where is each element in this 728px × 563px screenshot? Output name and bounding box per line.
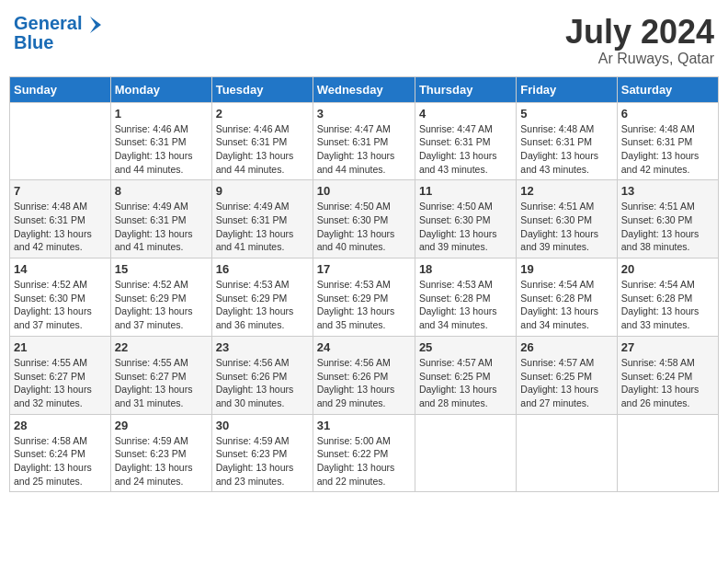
day-number: 4 bbox=[419, 107, 512, 121]
day-number: 19 bbox=[520, 262, 612, 276]
calendar-table: SundayMondayTuesdayWednesdayThursdayFrid… bbox=[9, 76, 719, 493]
cell-sun-info: Sunrise: 4:53 AMSunset: 6:28 PMDaylight:… bbox=[419, 278, 512, 332]
calendar-cell: 12Sunrise: 4:51 AMSunset: 6:30 PMDayligh… bbox=[517, 180, 617, 259]
calendar-cell: 31Sunrise: 5:00 AMSunset: 6:22 PMDayligh… bbox=[313, 414, 415, 492]
calendar-cell: 8Sunrise: 4:49 AMSunset: 6:31 PMDaylight… bbox=[110, 180, 211, 259]
calendar-cell: 16Sunrise: 4:53 AMSunset: 6:29 PMDayligh… bbox=[211, 259, 313, 337]
cell-sun-info: Sunrise: 4:52 AMSunset: 6:30 PMDaylight:… bbox=[14, 278, 107, 332]
calendar-cell: 25Sunrise: 4:57 AMSunset: 6:25 PMDayligh… bbox=[415, 336, 516, 414]
calendar-cell: 23Sunrise: 4:56 AMSunset: 6:26 PMDayligh… bbox=[211, 336, 313, 414]
title-block: July 2024 Ar Ruways, Qatar bbox=[565, 14, 714, 67]
svg-marker-0 bbox=[90, 17, 101, 33]
day-number: 31 bbox=[317, 419, 411, 432]
day-number: 22 bbox=[115, 340, 208, 354]
calendar-cell: 26Sunrise: 4:57 AMSunset: 6:25 PMDayligh… bbox=[517, 336, 617, 414]
day-number: 20 bbox=[621, 262, 714, 276]
logo: General Blue bbox=[14, 14, 104, 52]
cell-sun-info: Sunrise: 4:52 AMSunset: 6:29 PMDaylight:… bbox=[115, 278, 208, 332]
cell-sun-info: Sunrise: 4:58 AMSunset: 6:24 PMDaylight:… bbox=[14, 434, 107, 488]
calendar-cell: 15Sunrise: 4:52 AMSunset: 6:29 PMDayligh… bbox=[110, 259, 211, 337]
day-number: 13 bbox=[621, 184, 714, 198]
header-friday: Friday bbox=[517, 76, 617, 102]
calendar-cell: 18Sunrise: 4:53 AMSunset: 6:28 PMDayligh… bbox=[415, 259, 516, 337]
calendar-cell: 6Sunrise: 4:48 AMSunset: 6:31 PMDaylight… bbox=[617, 102, 718, 180]
cell-sun-info: Sunrise: 4:47 AMSunset: 6:31 PMDaylight:… bbox=[317, 122, 411, 177]
cell-sun-info: Sunrise: 4:55 AMSunset: 6:27 PMDaylight:… bbox=[115, 356, 208, 410]
day-number: 6 bbox=[621, 107, 714, 121]
logo-general: General bbox=[14, 13, 82, 33]
cell-sun-info: Sunrise: 4:51 AMSunset: 6:30 PMDaylight:… bbox=[621, 200, 714, 254]
day-number: 10 bbox=[317, 184, 411, 198]
cell-sun-info: Sunrise: 4:55 AMSunset: 6:27 PMDaylight:… bbox=[14, 356, 107, 410]
calendar-cell: 9Sunrise: 4:49 AMSunset: 6:31 PMDaylight… bbox=[211, 180, 313, 259]
calendar-week-row: 14Sunrise: 4:52 AMSunset: 6:30 PMDayligh… bbox=[10, 259, 719, 337]
cell-sun-info: Sunrise: 4:49 AMSunset: 6:31 PMDaylight:… bbox=[216, 200, 309, 254]
location-subtitle: Ar Ruways, Qatar bbox=[565, 51, 714, 67]
calendar-cell: 2Sunrise: 4:46 AMSunset: 6:31 PMDaylight… bbox=[211, 102, 313, 180]
cell-sun-info: Sunrise: 4:54 AMSunset: 6:28 PMDaylight:… bbox=[520, 278, 612, 332]
day-number: 14 bbox=[14, 262, 107, 276]
calendar-body: 1Sunrise: 4:46 AMSunset: 6:31 PMDaylight… bbox=[10, 102, 719, 492]
day-number: 17 bbox=[317, 262, 411, 276]
calendar-cell: 17Sunrise: 4:53 AMSunset: 6:29 PMDayligh… bbox=[313, 259, 415, 337]
calendar-cell bbox=[10, 102, 111, 180]
cell-sun-info: Sunrise: 4:58 AMSunset: 6:24 PMDaylight:… bbox=[621, 356, 714, 410]
calendar-cell: 13Sunrise: 4:51 AMSunset: 6:30 PMDayligh… bbox=[617, 180, 718, 259]
cell-sun-info: Sunrise: 4:47 AMSunset: 6:31 PMDaylight:… bbox=[419, 122, 512, 177]
calendar-cell: 28Sunrise: 4:58 AMSunset: 6:24 PMDayligh… bbox=[10, 414, 111, 492]
cell-sun-info: Sunrise: 4:59 AMSunset: 6:23 PMDaylight:… bbox=[115, 434, 208, 488]
cell-sun-info: Sunrise: 4:57 AMSunset: 6:25 PMDaylight:… bbox=[419, 356, 512, 410]
calendar-cell: 24Sunrise: 4:56 AMSunset: 6:26 PMDayligh… bbox=[313, 336, 415, 414]
cell-sun-info: Sunrise: 4:48 AMSunset: 6:31 PMDaylight:… bbox=[14, 200, 107, 254]
cell-sun-info: Sunrise: 5:00 AMSunset: 6:22 PMDaylight:… bbox=[317, 434, 411, 488]
calendar-cell: 1Sunrise: 4:46 AMSunset: 6:31 PMDaylight… bbox=[110, 102, 211, 180]
calendar-week-row: 21Sunrise: 4:55 AMSunset: 6:27 PMDayligh… bbox=[10, 336, 719, 414]
cell-sun-info: Sunrise: 4:53 AMSunset: 6:29 PMDaylight:… bbox=[317, 278, 411, 332]
day-number: 18 bbox=[419, 262, 512, 276]
cell-sun-info: Sunrise: 4:56 AMSunset: 6:26 PMDaylight:… bbox=[317, 356, 411, 410]
day-number: 28 bbox=[14, 419, 107, 432]
calendar-cell: 11Sunrise: 4:50 AMSunset: 6:30 PMDayligh… bbox=[415, 180, 516, 259]
day-number: 5 bbox=[520, 107, 612, 121]
day-number: 24 bbox=[317, 340, 411, 354]
cell-sun-info: Sunrise: 4:48 AMSunset: 6:31 PMDaylight:… bbox=[621, 122, 714, 177]
day-number: 26 bbox=[520, 340, 612, 354]
header-wednesday: Wednesday bbox=[313, 76, 415, 102]
cell-sun-info: Sunrise: 4:46 AMSunset: 6:31 PMDaylight:… bbox=[216, 122, 309, 177]
header-monday: Monday bbox=[110, 76, 211, 102]
day-number: 8 bbox=[115, 184, 208, 198]
calendar-header-row: SundayMondayTuesdayWednesdayThursdayFrid… bbox=[10, 76, 719, 102]
calendar-cell bbox=[415, 414, 516, 492]
calendar-week-row: 28Sunrise: 4:58 AMSunset: 6:24 PMDayligh… bbox=[10, 414, 719, 492]
day-number: 30 bbox=[216, 419, 309, 432]
day-number: 23 bbox=[216, 340, 309, 354]
month-year-title: July 2024 bbox=[565, 14, 714, 51]
calendar-week-row: 1Sunrise: 4:46 AMSunset: 6:31 PMDaylight… bbox=[10, 102, 719, 180]
calendar-cell: 5Sunrise: 4:48 AMSunset: 6:31 PMDaylight… bbox=[517, 102, 617, 180]
header-thursday: Thursday bbox=[415, 76, 516, 102]
day-number: 29 bbox=[115, 419, 208, 432]
cell-sun-info: Sunrise: 4:59 AMSunset: 6:23 PMDaylight:… bbox=[216, 434, 309, 488]
calendar-cell: 7Sunrise: 4:48 AMSunset: 6:31 PMDaylight… bbox=[10, 180, 111, 259]
day-number: 12 bbox=[520, 184, 612, 198]
day-number: 3 bbox=[317, 107, 411, 121]
logo-blue: Blue bbox=[14, 33, 104, 52]
calendar-cell: 27Sunrise: 4:58 AMSunset: 6:24 PMDayligh… bbox=[617, 336, 718, 414]
day-number: 27 bbox=[621, 340, 714, 354]
calendar-week-row: 7Sunrise: 4:48 AMSunset: 6:31 PMDaylight… bbox=[10, 180, 719, 259]
cell-sun-info: Sunrise: 4:54 AMSunset: 6:28 PMDaylight:… bbox=[621, 278, 714, 332]
calendar-cell: 20Sunrise: 4:54 AMSunset: 6:28 PMDayligh… bbox=[617, 259, 718, 337]
calendar-cell bbox=[617, 414, 718, 492]
calendar-cell: 30Sunrise: 4:59 AMSunset: 6:23 PMDayligh… bbox=[211, 414, 313, 492]
calendar-cell: 14Sunrise: 4:52 AMSunset: 6:30 PMDayligh… bbox=[10, 259, 111, 337]
day-number: 1 bbox=[115, 107, 208, 121]
calendar-cell: 21Sunrise: 4:55 AMSunset: 6:27 PMDayligh… bbox=[10, 336, 111, 414]
calendar-cell: 29Sunrise: 4:59 AMSunset: 6:23 PMDayligh… bbox=[110, 414, 211, 492]
cell-sun-info: Sunrise: 4:56 AMSunset: 6:26 PMDaylight:… bbox=[216, 356, 309, 410]
cell-sun-info: Sunrise: 4:53 AMSunset: 6:29 PMDaylight:… bbox=[216, 278, 309, 332]
day-number: 2 bbox=[216, 107, 309, 121]
logo-icon bbox=[83, 15, 103, 35]
day-number: 16 bbox=[216, 262, 309, 276]
calendar-cell: 19Sunrise: 4:54 AMSunset: 6:28 PMDayligh… bbox=[517, 259, 617, 337]
header-tuesday: Tuesday bbox=[211, 76, 313, 102]
